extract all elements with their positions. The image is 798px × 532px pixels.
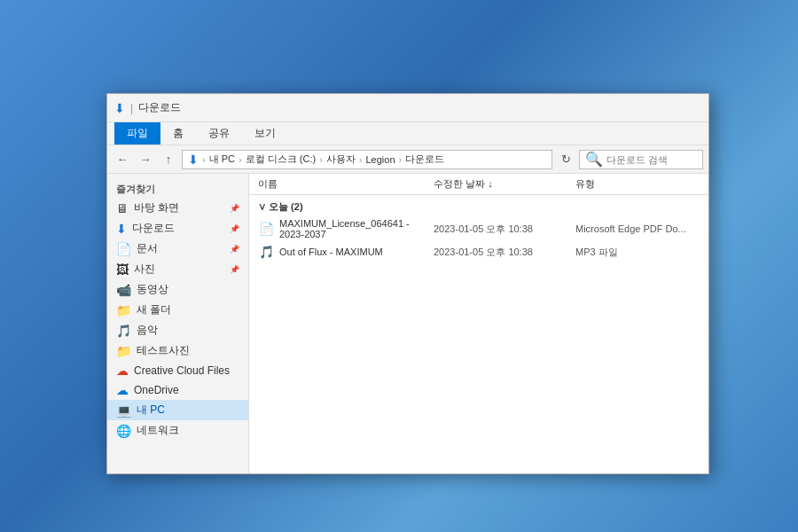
window-title: 다운로드 bbox=[138, 100, 181, 115]
path-download-icon: ⬇ bbox=[188, 153, 199, 167]
explorer-window: ⬇ | 다운로드 파일 홈 공유 보기 ← → ↑ ⬇ › 내 PC › 로컬 … bbox=[106, 93, 709, 474]
title-bar-icon: ⬇ bbox=[114, 101, 125, 115]
tab-view[interactable]: 보기 bbox=[242, 122, 288, 145]
tab-home[interactable]: 홈 bbox=[160, 122, 196, 145]
path-pc: 내 PC bbox=[209, 153, 235, 166]
title-bar: ⬇ | 다운로드 bbox=[107, 94, 708, 122]
file-name-mp3: Out of Flux - MAXIMUM bbox=[279, 246, 428, 257]
sidebar-item-new-folder[interactable]: 📁 새 폴더 bbox=[107, 300, 248, 320]
path-users: 사용자 bbox=[326, 153, 356, 166]
refresh-button[interactable]: ↻ bbox=[556, 150, 575, 169]
mp3-icon: 🎵 bbox=[258, 245, 274, 259]
sidebar-item-videos[interactable]: 📹 동영상 bbox=[107, 279, 248, 300]
tab-share[interactable]: 공유 bbox=[196, 122, 242, 145]
sidebar-label-onedrive: OneDrive bbox=[134, 384, 179, 396]
favorites-label: 즐겨찾기 bbox=[107, 179, 248, 198]
pin-icon-3: 📌 bbox=[230, 245, 239, 254]
back-button[interactable]: ← bbox=[113, 150, 132, 169]
pictures-icon: 🖼 bbox=[116, 262, 129, 277]
sidebar-item-desktop[interactable]: 🖥 바탕 화면 📌 bbox=[107, 198, 248, 218]
sidebar-label-downloads: 다운로드 bbox=[132, 221, 175, 236]
sidebar-label-creative-cloud: Creative Cloud Files bbox=[134, 364, 230, 377]
sidebar-label-videos: 동영상 bbox=[137, 282, 168, 297]
sidebar-item-test[interactable]: 📁 테스트사진 bbox=[107, 340, 248, 361]
file-list-header: 이름 수정한 날짜 ↓ 유형 bbox=[249, 174, 708, 195]
test-icon: 📁 bbox=[116, 344, 131, 358]
sidebar-label-documents: 문서 bbox=[137, 241, 158, 256]
table-row[interactable]: 🎵 Out of Flux - MAXIMUM 2023-01-05 오후 10… bbox=[249, 242, 708, 262]
new-folder-icon: 📁 bbox=[116, 303, 131, 317]
sidebar-item-my-pc[interactable]: 💻 내 PC bbox=[107, 400, 248, 420]
up-button[interactable]: ↑ bbox=[159, 150, 178, 169]
sidebar-label-pictures: 사진 bbox=[134, 262, 155, 277]
ribbon-tabs: 파일 홈 공유 보기 bbox=[107, 122, 708, 145]
sidebar-label-network: 네트워크 bbox=[137, 423, 179, 438]
sidebar-label-test: 테스트사진 bbox=[137, 343, 190, 358]
file-area: 이름 수정한 날짜 ↓ 유형 ∨ 오늘 (2) 📄 MAXIMUM_Licens… bbox=[249, 174, 708, 473]
network-icon: 🌐 bbox=[116, 424, 131, 438]
file-type-mp3: MP3 파일 bbox=[575, 246, 700, 259]
pin-icon: 📌 bbox=[230, 204, 239, 213]
sidebar-label-desktop: 바탕 화면 bbox=[134, 200, 179, 215]
sidebar: 즐겨찾기 🖥 바탕 화면 📌 ⬇ 다운로드 📌 📄 문서 📌 🖼 사진 📌 bbox=[107, 174, 249, 473]
file-type-license: Microsoft Edge PDF Do... bbox=[575, 223, 700, 234]
file-date-mp3: 2023-01-05 오후 10:38 bbox=[434, 246, 570, 259]
sidebar-item-music[interactable]: 🎵 음악 bbox=[107, 320, 248, 340]
path-downloads: 다운로드 bbox=[405, 153, 444, 166]
music-icon: 🎵 bbox=[116, 324, 131, 338]
file-name-license: MAXIMUM_License_064641 - 2023-2037 bbox=[279, 218, 428, 239]
main-content: 즐겨찾기 🖥 바탕 화면 📌 ⬇ 다운로드 📌 📄 문서 📌 🖼 사진 📌 bbox=[107, 174, 708, 473]
videos-icon: 📹 bbox=[116, 283, 131, 297]
path-drive: 로컬 디스크 (C:) bbox=[246, 153, 316, 166]
group-label-text: 오늘 (2) bbox=[269, 201, 303, 212]
my-pc-icon: 💻 bbox=[116, 403, 131, 418]
forward-button[interactable]: → bbox=[136, 150, 155, 169]
table-row[interactable]: 📄 MAXIMUM_License_064641 - 2023-2037 202… bbox=[249, 215, 708, 242]
desktop-icon: 🖥 bbox=[116, 201, 129, 215]
pin-icon-2: 📌 bbox=[230, 224, 239, 233]
ribbon: 파일 홈 공유 보기 bbox=[107, 122, 708, 145]
sidebar-item-pictures[interactable]: 🖼 사진 📌 bbox=[107, 259, 248, 279]
col-name-header[interactable]: 이름 bbox=[258, 177, 434, 191]
file-date-license: 2023-01-05 오후 10:38 bbox=[434, 223, 570, 236]
col-type-header: 유형 bbox=[575, 177, 700, 191]
sidebar-item-onedrive[interactable]: ☁ OneDrive bbox=[107, 380, 248, 400]
sidebar-item-network[interactable]: 🌐 네트워크 bbox=[107, 420, 248, 441]
pdf-icon: 📄 bbox=[258, 222, 274, 236]
title-bar-sep: | bbox=[130, 102, 133, 114]
search-icon: 🔍 bbox=[585, 151, 603, 168]
group-label-today: ∨ 오늘 (2) bbox=[249, 195, 708, 215]
creative-cloud-icon: ☁ bbox=[116, 364, 129, 378]
path-user: Legion bbox=[365, 154, 395, 165]
search-input[interactable] bbox=[606, 154, 697, 165]
sidebar-item-creative-cloud[interactable]: ☁ Creative Cloud Files bbox=[107, 361, 248, 380]
onedrive-icon: ☁ bbox=[116, 383, 129, 397]
sidebar-item-documents[interactable]: 📄 문서 📌 bbox=[107, 239, 248, 259]
documents-icon: 📄 bbox=[116, 242, 131, 256]
address-path[interactable]: ⬇ › 내 PC › 로컬 디스크 (C:) › 사용자 › Legion › … bbox=[182, 150, 552, 169]
downloads-icon: ⬇ bbox=[116, 222, 127, 236]
sidebar-label-my-pc: 내 PC bbox=[137, 403, 165, 418]
sidebar-item-downloads[interactable]: ⬇ 다운로드 📌 bbox=[107, 218, 248, 239]
col-date-header: 수정한 날짜 ↓ bbox=[434, 177, 575, 191]
search-box[interactable]: 🔍 bbox=[579, 150, 703, 169]
pin-icon-4: 📌 bbox=[230, 265, 239, 274]
sidebar-label-new-folder: 새 폴더 bbox=[137, 302, 171, 317]
address-bar: ← → ↑ ⬇ › 내 PC › 로컬 디스크 (C:) › 사용자 › Leg… bbox=[107, 145, 708, 174]
sidebar-label-music: 음악 bbox=[137, 323, 158, 338]
tab-file[interactable]: 파일 bbox=[114, 122, 160, 145]
